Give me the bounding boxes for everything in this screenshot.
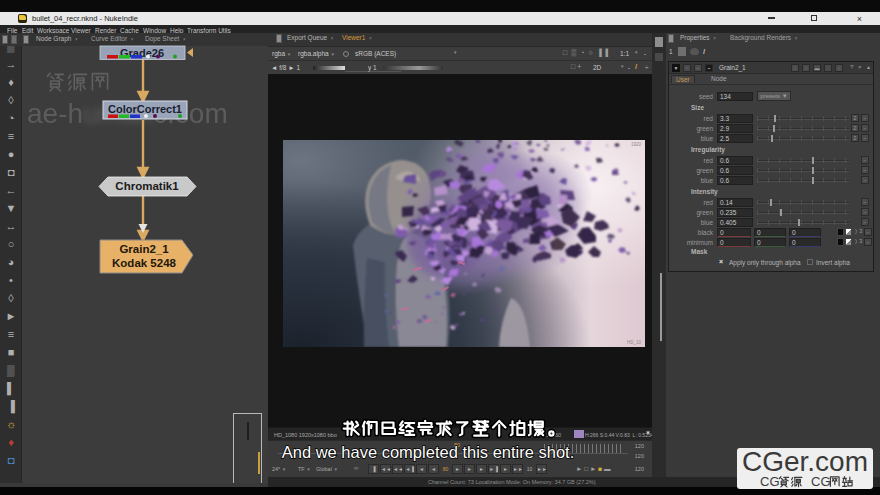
- svg-text:ColorCorrect1: ColorCorrect1: [108, 103, 182, 115]
- svg-text:Grain2_1: Grain2_1: [119, 243, 169, 255]
- svg-text:HD_10: HD_10: [627, 340, 642, 345]
- svg-text:1920: 1920: [631, 142, 642, 147]
- svg-text:Kodak 5248: Kodak 5248: [112, 257, 177, 269]
- svg-text:Chromatik1: Chromatik1: [115, 180, 179, 192]
